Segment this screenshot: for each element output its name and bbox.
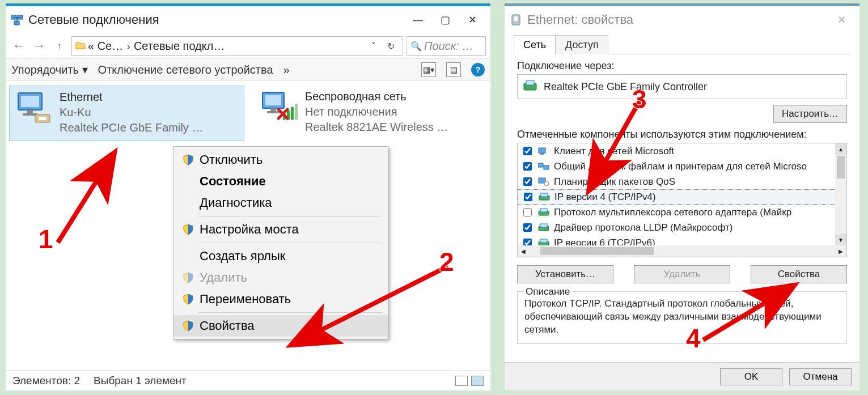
component-row[interactable]: Драйвер протокола LLDP (Майкрософт)	[518, 220, 846, 235]
component-checkbox[interactable]	[524, 193, 532, 201]
svg-point-28	[544, 181, 549, 186]
search-input[interactable]: Поиск: …	[407, 36, 486, 56]
svg-rect-20	[514, 16, 518, 21]
connection-text: Беспроводная сеть Нет подключения Realte…	[305, 89, 448, 135]
window-title: Ethernet: свойства	[527, 12, 633, 27]
back-button[interactable]: ←	[10, 37, 27, 54]
ctx-status[interactable]: Состояние	[173, 171, 388, 192]
view-large-icon[interactable]: ▦▾	[421, 62, 436, 77]
toolbar-overflow[interactable]: »	[283, 63, 290, 77]
component-checkbox[interactable]	[523, 208, 532, 216]
callout-1: 1	[39, 224, 53, 254]
tab-bar: Сеть Доступ	[514, 35, 850, 54]
install-button[interactable]: Установить…	[517, 265, 613, 283]
connection-name: Беспроводная сеть	[305, 89, 448, 104]
ok-button[interactable]: OK	[720, 368, 782, 385]
callout-3: 3	[632, 84, 647, 114]
organize-button[interactable]: Упорядочить ▾	[11, 63, 88, 77]
component-label: Планировщик пакетов QoS	[554, 176, 675, 188]
breadcrumb-prefix: « Се…	[88, 40, 123, 53]
svg-rect-5	[27, 110, 33, 113]
titlebar-right: Ethernet: свойства ✕	[505, 6, 859, 33]
components-list: Клиент для сетей MicrosoftОбщий доступ к…	[517, 143, 847, 257]
close-button[interactable]: ✕	[828, 10, 855, 30]
help-icon[interactable]: ?	[471, 63, 485, 77]
connection-device: Realtek PCIe GbE Family …	[60, 120, 203, 135]
ctx-delete: Удалить	[173, 267, 388, 288]
component-row[interactable]: Планировщик пакетов QoS	[518, 174, 846, 189]
shield-icon	[181, 319, 195, 333]
client-icon	[538, 147, 549, 156]
breadcrumb[interactable]: « Се… › Сетевые подкл… ˅ ↻	[71, 36, 403, 56]
component-checkbox[interactable]	[523, 177, 532, 186]
component-properties-button[interactable]: Свойства	[751, 265, 847, 283]
ctx-bridge[interactable]: Настройка моста	[173, 219, 388, 240]
adapter-name: Realtek PCIe GbE Family Controller	[544, 81, 707, 93]
svg-rect-11	[270, 108, 276, 111]
up-button[interactable]: ↑	[51, 37, 68, 54]
network-center-icon	[10, 13, 24, 27]
component-label: Общий доступ к файлам и принтерам для се…	[554, 161, 807, 172]
dialog-footer: OK Отмена	[505, 362, 859, 390]
address-bar: ← → ↑ « Се… › Сетевые подкл… ˅ ↻ Поиск: …	[6, 33, 490, 58]
component-row[interactable]: IP версии 4 (TCP/IPv4)	[518, 189, 846, 205]
cancel-button[interactable]: Отмена	[789, 368, 852, 385]
nic-icon	[523, 80, 538, 94]
component-row[interactable]: Общий доступ к файлам и принтерам для се…	[518, 159, 846, 174]
ethernet-icon	[14, 90, 54, 126]
component-checkbox[interactable]	[523, 162, 532, 171]
svg-rect-26	[544, 165, 549, 169]
folder-icon	[75, 40, 86, 53]
horizontal-scrollbar[interactable]: ◀ ▶	[518, 245, 846, 257]
status-elements: Элементов: 2	[12, 375, 80, 387]
proto-icon	[538, 223, 549, 232]
ctx-diagnostics[interactable]: Диагностика	[173, 192, 388, 214]
ethernet-props-icon	[509, 13, 523, 27]
connect-via-label: Подключение через:	[517, 60, 847, 72]
titlebar-left: Сетевые подключения — ▢ ✕	[6, 6, 490, 33]
component-checkbox[interactable]	[523, 147, 532, 155]
maximize-button[interactable]: ▢	[431, 10, 459, 30]
network-connections-window: Сетевые подключения — ▢ ✕ ← → ↑ « Се… › …	[6, 3, 490, 390]
toolbar: Упорядочить ▾ Отключение сетевого устрой…	[6, 58, 490, 81]
connection-item-ethernet[interactable]: Ethernet Ku-Ku Realtek PCIe GbE Family …	[9, 86, 244, 141]
svg-rect-4	[21, 96, 39, 107]
svg-rect-15	[291, 107, 294, 120]
ctx-rename[interactable]: Переименовать	[173, 288, 388, 310]
context-menu: Отключить Состояние Диагностика Настройк…	[173, 146, 388, 339]
connection-text: Ethernet Ku-Ku Realtek PCIe GbE Family …	[60, 90, 203, 135]
view-toggle[interactable]	[455, 376, 484, 386]
shield-icon	[181, 153, 195, 167]
components-label: Отмеченные компоненты используются этим …	[517, 129, 847, 141]
component-label: Клиент для сетей Microsoft	[554, 146, 674, 157]
vertical-scrollbar[interactable]: ▲▼	[835, 143, 846, 245]
svg-rect-34	[540, 224, 547, 227]
connection-item-wifi[interactable]: Беспроводная сеть Нет подключения Realte…	[255, 86, 482, 141]
ctx-create-shortcut[interactable]: Создать ярлык	[173, 245, 388, 267]
component-row[interactable]: Клиент для сетей Microsoft	[518, 143, 846, 159]
components-buttons: Установить… Удалить Свойства	[517, 265, 847, 283]
disable-device-button[interactable]: Отключение сетевого устройства	[98, 63, 273, 77]
minimize-button[interactable]: —	[404, 10, 431, 30]
connection-name: Ethernet	[60, 90, 203, 105]
component-row[interactable]: Протокол мультиплексора сетевого адаптер…	[518, 205, 846, 220]
forward-button[interactable]: →	[31, 37, 48, 54]
svg-rect-30	[541, 193, 548, 197]
close-button[interactable]: ✕	[459, 10, 486, 30]
properties-body: Подключение через: Realtek PCIe GbE Fami…	[505, 54, 859, 351]
view-details-icon[interactable]: ▤	[446, 62, 461, 77]
svg-rect-23	[539, 148, 545, 153]
ctx-properties[interactable]: Свойства	[173, 315, 388, 337]
svg-rect-32	[540, 209, 547, 212]
tab-network[interactable]: Сеть	[514, 35, 556, 54]
component-label: IP версии 4 (TCP/IPv4)	[554, 192, 656, 203]
configure-button[interactable]: Настроить…	[773, 105, 847, 123]
breadcrumb-dropdown[interactable]: ˅	[365, 37, 382, 54]
component-checkbox[interactable]	[523, 223, 532, 232]
svg-rect-12	[267, 111, 280, 113]
ctx-disable[interactable]: Отключить	[173, 149, 388, 171]
tab-access[interactable]: Доступ	[556, 35, 608, 54]
description-text: Протокол TCP/IP. Стандартный протокол гл…	[524, 298, 822, 335]
refresh-button[interactable]: ↻	[382, 37, 399, 54]
shield-icon	[181, 223, 195, 236]
